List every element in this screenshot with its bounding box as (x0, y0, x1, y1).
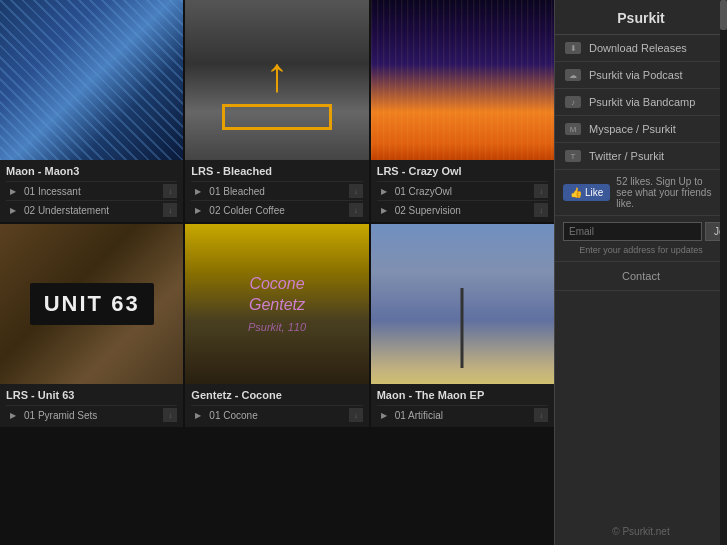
release-title-maon3: Maon - Maon3 (6, 165, 177, 177)
track-name: 02 Understatement (24, 205, 109, 216)
track-row: 01 Incessant (6, 181, 177, 200)
sidebar-item-podcast[interactable]: ☁ Psurkit via Podcast (555, 62, 727, 89)
bandcamp-icon: ♪ (565, 96, 581, 108)
play-button[interactable] (191, 205, 205, 215)
track-name: 02 Supervision (395, 205, 461, 216)
sidebar-item-download-releases[interactable]: ⬇ Download Releases (555, 35, 727, 62)
twitter-icon: T (565, 150, 581, 162)
facebook-like-button[interactable]: 👍 Like (563, 184, 610, 201)
track-name: 01 Bleached (209, 186, 265, 197)
gentetz-label3: Psurkit, 110 (248, 320, 306, 334)
track-left: 01 Cocone (191, 410, 257, 421)
gentetz-name: Gentetz (248, 295, 306, 316)
release-thumb-bleached (185, 0, 368, 160)
track-left: 01 CrazyOwl (377, 186, 452, 197)
release-title-bleached: LRS - Bleached (191, 165, 362, 177)
release-thumb-unit63: UNIT 63 (0, 224, 183, 384)
download-track-button[interactable] (349, 184, 363, 198)
release-card-crazyowl[interactable]: LRS - Crazy Owl 01 CrazyOwl 02 Supervisi… (371, 0, 554, 222)
sidebar: Psurkit ⬇ Download Releases ☁ Psurkit vi… (554, 0, 727, 545)
sidebar-item-myspace[interactable]: M Myspace / Psurkit (555, 116, 727, 143)
like-label: Like (585, 187, 603, 198)
email-input[interactable] (563, 222, 702, 241)
play-button[interactable] (377, 186, 391, 196)
track-left: 02 Understatement (6, 205, 109, 216)
email-section: Join Enter your address for updates (555, 216, 727, 262)
release-thumb-gentetz: Cocone Gentetz Psurkit, 110 (185, 224, 368, 384)
release-card-gentetz[interactable]: Cocone Gentetz Psurkit, 110 Gentetz - Co… (185, 224, 368, 427)
gentetz-thumb-text: Cocone Gentetz Psurkit, 110 (248, 274, 306, 334)
track-row: 01 Artificial (377, 405, 548, 424)
track-row: 02 Colder Coffee (191, 200, 362, 219)
download-track-button[interactable] (349, 203, 363, 217)
track-name: 01 Artificial (395, 410, 443, 421)
sidebar-item-label: Download Releases (589, 42, 687, 54)
download-track-button[interactable] (163, 184, 177, 198)
download-track-button[interactable] (163, 203, 177, 217)
download-track-button[interactable] (349, 408, 363, 422)
thumbs-up-icon: 👍 (570, 187, 582, 198)
scrollbar-thumb[interactable] (720, 0, 727, 30)
copyright-text: © Psurkit.net (555, 518, 727, 545)
release-thumb-crazyowl (371, 0, 554, 160)
track-name: 01 Incessant (24, 186, 81, 197)
release-card-unit63[interactable]: UNIT 63 LRS - Unit 63 01 Pyramid Sets (0, 224, 183, 427)
scrollbar[interactable] (720, 0, 727, 545)
release-info-unit63: LRS - Unit 63 01 Pyramid Sets (0, 384, 183, 427)
download-track-button[interactable] (534, 184, 548, 198)
track-row: 01 Pyramid Sets (6, 405, 177, 424)
track-row: 01 Bleached (191, 181, 362, 200)
releases-grid-container: Maon - Maon3 01 Incessant 02 Understatem… (0, 0, 554, 545)
download-track-button[interactable] (534, 203, 548, 217)
contact-link[interactable]: Contact (555, 262, 727, 291)
sidebar-item-label: Psurkit via Podcast (589, 69, 683, 81)
download-track-button[interactable] (534, 408, 548, 422)
play-button[interactable] (377, 410, 391, 420)
sidebar-title: Psurkit (555, 0, 727, 35)
release-card-maonep[interactable]: Maon - The Maon EP 01 Artificial (371, 224, 554, 427)
download-track-button[interactable] (163, 408, 177, 422)
release-info-gentetz: Gentetz - Cocone 01 Cocone (185, 384, 368, 427)
play-button[interactable] (377, 205, 391, 215)
sidebar-navigation: ⬇ Download Releases ☁ Psurkit via Podcas… (555, 35, 727, 170)
track-left: 02 Colder Coffee (191, 205, 284, 216)
release-info-crazyowl: LRS - Crazy Owl 01 CrazyOwl 02 Supervisi… (371, 160, 554, 222)
myspace-icon: M (565, 123, 581, 135)
release-thumb-maon3 (0, 0, 183, 160)
track-name: 02 Colder Coffee (209, 205, 284, 216)
track-name: 01 Cocone (209, 410, 257, 421)
email-hint: Enter your address for updates (563, 245, 719, 255)
track-row: 02 Understatement (6, 200, 177, 219)
play-button[interactable] (6, 410, 20, 420)
rss-icon: ☁ (565, 69, 581, 81)
gentetz-cocone: Cocone (248, 274, 306, 295)
track-left: 02 Supervision (377, 205, 461, 216)
sidebar-item-label: Psurkit via Bandcamp (589, 96, 695, 108)
sidebar-item-twitter[interactable]: T Twitter / Psurkit (555, 143, 727, 170)
unit63-label: UNIT 63 (30, 283, 154, 325)
play-button[interactable] (191, 410, 205, 420)
like-section: 👍 Like 52 likes. Sign Up to see what you… (555, 170, 727, 216)
release-thumb-maonep (371, 224, 554, 384)
download-icon: ⬇ (565, 42, 581, 54)
release-card-maon3[interactable]: Maon - Maon3 01 Incessant 02 Understatem… (0, 0, 183, 222)
track-name: 01 CrazyOwl (395, 186, 452, 197)
play-button[interactable] (6, 186, 20, 196)
release-title-gentetz: Gentetz - Cocone (191, 389, 362, 401)
track-left: 01 Artificial (377, 410, 443, 421)
track-left: 01 Bleached (191, 186, 265, 197)
sidebar-item-label: Twitter / Psurkit (589, 150, 664, 162)
play-button[interactable] (191, 186, 205, 196)
release-info-maonep: Maon - The Maon EP 01 Artificial (371, 384, 554, 427)
track-row: 01 Cocone (191, 405, 362, 424)
sidebar-item-bandcamp[interactable]: ♪ Psurkit via Bandcamp (555, 89, 727, 116)
play-button[interactable] (6, 205, 20, 215)
track-row: 01 CrazyOwl (377, 181, 548, 200)
release-title-crazyowl: LRS - Crazy Owl (377, 165, 548, 177)
track-left: 01 Pyramid Sets (6, 410, 97, 421)
release-title-maonep: Maon - The Maon EP (377, 389, 548, 401)
release-card-bleached[interactable]: LRS - Bleached 01 Bleached 02 Colder Cof… (185, 0, 368, 222)
track-name: 01 Pyramid Sets (24, 410, 97, 421)
like-count-text: 52 likes. Sign Up to see what your frien… (616, 176, 719, 209)
sidebar-item-label: Myspace / Psurkit (589, 123, 676, 135)
